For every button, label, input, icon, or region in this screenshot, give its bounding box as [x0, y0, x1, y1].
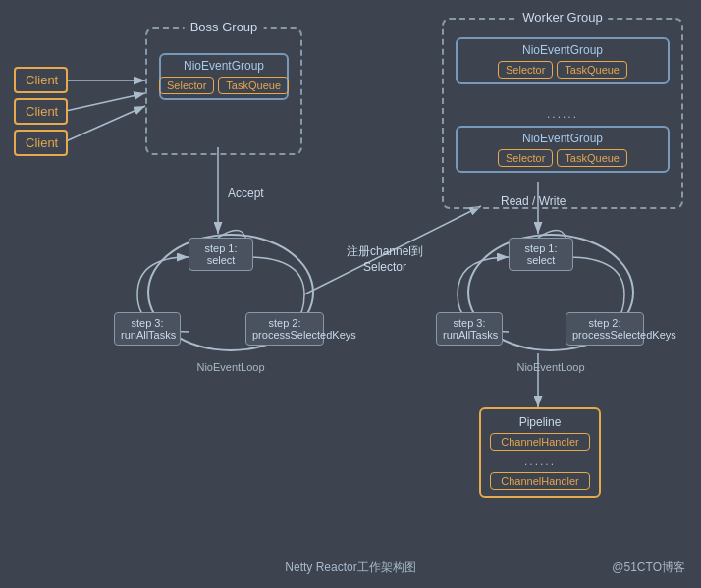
svg-line-3 — [66, 93, 145, 111]
worker-nio-label-1: NioEventGroup — [522, 43, 603, 57]
worker-group: Worker Group NioEventGroup Selector Task… — [442, 18, 683, 209]
boss-event-loop-label: NioEventLoop — [177, 361, 285, 373]
pipeline-dots: ...... — [524, 454, 556, 468]
worker-event-loop-label: NioEventLoop — [497, 361, 605, 373]
client-box-3: Client — [14, 130, 68, 156]
boss-step2: step 2: processSelectedKeys — [245, 312, 324, 346]
boss-selector-tag: Selector — [159, 77, 214, 94]
worker-step2: step 2: processSelectedKeys — [566, 312, 644, 346]
read-write-label: Read / Write — [501, 194, 566, 208]
worker-step1: step 1: select — [509, 238, 573, 271]
boss-step1: step 1: select — [189, 238, 253, 271]
client-box-2: Client — [14, 98, 68, 125]
worker-taskqueue-tag-2: TaskQueue — [557, 149, 627, 167]
client-box-1: Client — [14, 67, 68, 93]
footer-center: Netty Reactor工作架构图 — [285, 560, 415, 576]
boss-group: Boss Group NioEventGroup Selector TaskQu… — [145, 27, 302, 155]
accept-label: Accept — [228, 187, 264, 200]
footer-right: @51CTO博客 — [612, 560, 685, 576]
boss-step3: step 3: runAllTasks — [114, 312, 181, 346]
boss-nio-event-group: NioEventGroup Selector TaskQueue — [159, 53, 289, 100]
diagram-container: Client Client Client Boss Group NioEvent… — [0, 0, 701, 588]
channel-handler-tag-1: ChannelHandler — [490, 433, 590, 451]
boss-group-title: Boss Group — [185, 20, 264, 34]
svg-line-4 — [66, 106, 145, 141]
pipeline-box: Pipeline ChannelHandler ...... ChannelHa… — [479, 407, 601, 498]
worker-taskqueue-tag-1: TaskQueue — [557, 61, 627, 79]
channel-handler-tag-2: ChannelHandler — [490, 472, 590, 490]
pipeline-label: Pipeline — [519, 415, 562, 429]
worker-dots-1: ...... — [444, 106, 681, 121]
worker-step3: step 3: runAllTasks — [436, 312, 503, 346]
worker-selector-tag-2: Selector — [498, 149, 553, 167]
boss-taskqueue-tag: TaskQueue — [218, 77, 289, 94]
worker-nio-event-group-2: NioEventGroup Selector TaskQueue — [456, 126, 670, 173]
boss-nio-label: NioEventGroup — [184, 59, 264, 73]
worker-group-title: Worker Group — [516, 10, 608, 25]
worker-nio-label-2: NioEventGroup — [522, 132, 603, 145]
worker-selector-tag-1: Selector — [498, 61, 553, 79]
worker-nio-event-group-1: NioEventGroup Selector TaskQueue — [456, 37, 670, 84]
register-channel-label: 注册channel到 Selector — [336, 243, 434, 274]
